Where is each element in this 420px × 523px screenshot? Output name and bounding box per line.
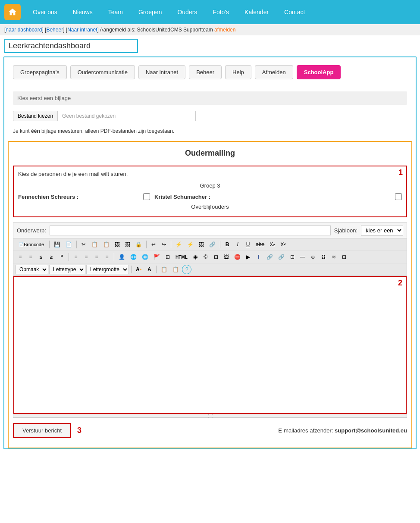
recipient-checkbox-right[interactable]	[395, 193, 402, 200]
file-input-row: Bestand kiezen Geen bestand gekozen	[13, 111, 407, 121]
opmaak-dropdown[interactable]: Opmaak	[16, 265, 48, 274]
toolbar-globe2[interactable]: 🌐	[140, 252, 150, 262]
toolbar-underline[interactable]: U	[243, 240, 253, 249]
nav-groepen[interactable]: Groepen	[131, 0, 169, 24]
verstuur-button[interactable]: Verstuur bericht	[13, 423, 71, 438]
lettertype-dropdown[interactable]: Lettertype	[49, 265, 85, 274]
toolbar-bold[interactable]: B	[223, 240, 232, 249]
breadcrumb: [naar dashboard] [Beheer] [Naar intranet…	[0, 24, 420, 35]
toolbar-redo[interactable]: ↪	[159, 240, 169, 249]
toolbar-hr[interactable]: —	[298, 252, 307, 262]
toolbar-bg-color[interactable]: A	[144, 265, 154, 274]
toolbar-user[interactable]: 👤	[116, 252, 127, 262]
beheer-button[interactable]: Beheer	[189, 65, 222, 79]
lettergrootte-dropdown[interactable]: Lettergrootte	[86, 265, 129, 274]
nav-team[interactable]: Team	[100, 0, 131, 24]
subject-input[interactable]	[50, 225, 331, 235]
toolbar-quote[interactable]: ❝	[57, 252, 66, 262]
toolbar-align-left[interactable]: ≡	[71, 252, 81, 262]
page-title-input[interactable]	[4, 39, 138, 53]
toolbar-align-center[interactable]: ≡	[81, 252, 91, 262]
afmelden-button[interactable]: Afmelden	[255, 65, 293, 79]
toolbar-save[interactable]: 💾	[52, 240, 63, 249]
toolbar-omega[interactable]: Ω	[319, 252, 328, 262]
oudercommunicatie-button[interactable]: Oudercommunicatie	[70, 65, 135, 79]
toolbar-action2[interactable]: 📋	[170, 265, 181, 274]
toolbar-box3[interactable]: ⊡	[288, 252, 297, 262]
nav-ouders[interactable]: Ouders	[169, 0, 205, 24]
toolbar-strike[interactable]: abe	[254, 240, 266, 249]
toolbar-img2[interactable]: 🖼	[197, 240, 206, 249]
afmelden-link[interactable]: afmelden	[214, 27, 235, 33]
toolbar-italic[interactable]: I	[233, 240, 242, 249]
editor-resize-handle[interactable]	[13, 414, 407, 417]
toolbar-sup[interactable]: X²	[278, 240, 288, 249]
toolbar-paste[interactable]: 📋	[101, 240, 112, 249]
sep1	[49, 241, 50, 248]
oudermailing-title: Oudermailing	[9, 142, 411, 162]
toolbar-fb[interactable]: f	[254, 252, 263, 262]
toolbar-font-color[interactable]: A+	[134, 265, 144, 274]
toolbar-table[interactable]: ⊡	[339, 252, 349, 262]
toolbar-copy[interactable]: 📋	[89, 240, 100, 249]
sep2	[76, 241, 77, 248]
toolbar-youtube[interactable]: ▶	[244, 252, 253, 262]
recipient-checkbox-left[interactable]	[143, 193, 150, 200]
toolbar-lock[interactable]: 🔒	[133, 240, 144, 249]
toolbar-flag[interactable]: 🚩	[151, 252, 162, 262]
toolbar-ul[interactable]: ≡	[26, 252, 35, 262]
toolbar-indent[interactable]: ≥	[47, 252, 56, 262]
toolbar-new[interactable]: 📄	[63, 240, 74, 249]
nav-fotos[interactable]: Foto's	[205, 0, 237, 24]
toolbar-dedent[interactable]: ≤	[36, 252, 46, 262]
breadcrumb-beheer[interactable]: Beheer	[46, 27, 63, 33]
toolbar-cut[interactable]: ✂	[79, 240, 88, 249]
toolbar-html[interactable]: HTML	[173, 252, 190, 262]
toolbar-replace[interactable]: ⚡	[185, 240, 196, 249]
toolbar-stop[interactable]: ⛔	[232, 252, 243, 262]
file-choose-button[interactable]: Bestand kiezen	[13, 111, 58, 121]
toolbar-sub[interactable]: X₂	[267, 240, 277, 249]
editor-toolbar: 📄 Broncode 💾 📄 ✂ 📋 📋 🖼 🖼 🔒 ↩ ↪	[13, 238, 407, 276]
home-icon[interactable]	[4, 4, 21, 20]
toolbar-ol[interactable]: ≡	[16, 252, 25, 262]
toolbar-smile[interactable]: ☺	[308, 252, 318, 262]
editor-body[interactable]: 2	[13, 276, 407, 414]
toolbar-link3[interactable]: 🔗	[276, 252, 287, 262]
toolbar-align-right[interactable]: ≡	[92, 252, 101, 262]
naar-intranet-button[interactable]: Naar intranet	[138, 65, 185, 79]
toolbar-box2[interactable]: ⊡	[211, 252, 221, 262]
schoolapp-button[interactable]: SchoolApp	[297, 65, 341, 79]
help-button[interactable]: Help	[225, 65, 251, 79]
toolbar-img3[interactable]: 🖼	[222, 252, 231, 262]
toolbar-dots[interactable]: ≋	[329, 252, 339, 262]
toolbar-action1[interactable]: 📋	[159, 265, 169, 274]
breadcrumb-dashboard[interactable]: naar dashboard	[6, 27, 42, 33]
toolbar-copy2[interactable]: ©	[201, 252, 210, 262]
action-left: Verstuur bericht 3	[13, 423, 81, 438]
toolbar-broncode[interactable]: 📄 Broncode	[16, 240, 47, 249]
toolbar-paste2[interactable]: 🖼	[113, 240, 122, 249]
bijlage-note: Je kunt één bijlage meesturen, alleen PD…	[13, 126, 407, 134]
action-number: 3	[77, 426, 81, 435]
toolbar-box1[interactable]: ⊡	[163, 252, 172, 262]
toolbar-undo[interactable]: ↩	[149, 240, 158, 249]
groepspaginas-button[interactable]: Groepspagina's	[13, 65, 67, 79]
toolbar-link[interactable]: 🔗	[207, 240, 218, 249]
breadcrumb-intranet[interactable]: Naar intranet	[67, 27, 97, 33]
nav-over-ons[interactable]: Over ons	[25, 0, 65, 24]
toolbar-circle[interactable]: ◉	[191, 252, 200, 262]
toolbar-globe1[interactable]: 🌐	[128, 252, 139, 262]
nav-contact[interactable]: Contact	[276, 0, 313, 24]
toolbar-help[interactable]: ?	[182, 265, 191, 274]
toolbar-link2[interactable]: 🔗	[264, 252, 275, 262]
nav-nieuws[interactable]: Nieuws	[65, 0, 100, 24]
nav-kalender[interactable]: Kalender	[237, 0, 276, 24]
sep7	[114, 253, 114, 261]
toolbar-find[interactable]: ⚡	[173, 240, 184, 249]
editor-body-number: 2	[398, 279, 402, 288]
toolbar-align-justify[interactable]: ≡	[102, 252, 112, 262]
sjabloon-select[interactable]: kies er een	[361, 225, 403, 236]
recipient-name-right: Kristel Schumacher :	[154, 194, 391, 200]
toolbar-img[interactable]: 🖼	[123, 240, 132, 249]
